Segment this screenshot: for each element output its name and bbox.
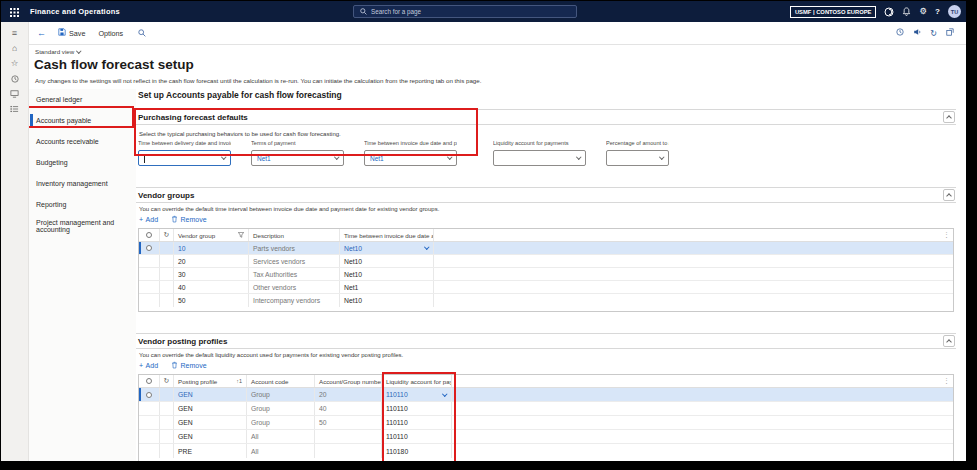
table-row[interactable]: 20 Services vendors Net10 bbox=[139, 255, 953, 268]
sidebar-item-budgeting[interactable]: Budgeting bbox=[29, 152, 136, 173]
table-row[interactable]: GEN Group 20 110110 bbox=[139, 388, 953, 402]
col-account-group-number[interactable]: Account/Group number bbox=[315, 375, 382, 387]
vendor-group-cell[interactable]: 10 bbox=[174, 242, 249, 254]
chevron-down-icon[interactable] bbox=[221, 155, 226, 160]
account-code-cell[interactable]: Group bbox=[247, 416, 315, 429]
section-header[interactable]: Vendor groups bbox=[136, 188, 956, 203]
chevron-down-icon[interactable] bbox=[334, 155, 339, 160]
remove-button[interactable]: Remove bbox=[171, 215, 207, 224]
add-button[interactable]: + Add bbox=[139, 216, 158, 223]
sidebar-item-general-ledger[interactable]: General ledger bbox=[29, 89, 136, 110]
collapse-button[interactable] bbox=[943, 189, 955, 201]
account-group-number-cell[interactable]: 50 bbox=[315, 416, 382, 429]
row-radio[interactable] bbox=[139, 388, 160, 401]
help-icon[interactable]: ? bbox=[935, 8, 940, 16]
posting-profile-cell[interactable]: GEN bbox=[174, 430, 247, 443]
time-delivery-invoice-combobox[interactable] bbox=[138, 150, 231, 166]
account-group-number-cell[interactable] bbox=[315, 444, 382, 458]
time-between-cell[interactable]: Net10 bbox=[340, 268, 434, 280]
time-between-cell[interactable]: Net10 bbox=[340, 242, 434, 254]
collapse-button[interactable] bbox=[943, 335, 955, 347]
liquidity-account-cell[interactable]: 110110 bbox=[382, 416, 452, 429]
vendor-group-cell[interactable]: 30 bbox=[174, 268, 249, 280]
posting-profile-cell[interactable]: GEN bbox=[174, 388, 247, 401]
select-all-radio[interactable] bbox=[139, 229, 160, 241]
percentage-allocate-combobox[interactable] bbox=[606, 150, 669, 166]
liquidity-account-cell[interactable]: 110110 bbox=[382, 430, 452, 443]
section-header[interactable]: Purchasing forecast defaults bbox=[136, 110, 956, 125]
table-row[interactable]: PRE All 110180 bbox=[139, 444, 953, 458]
table-row[interactable]: 50 Intercompany vendors Net10 bbox=[139, 294, 953, 307]
account-group-number-cell[interactable] bbox=[315, 430, 382, 443]
remove-button[interactable]: Remove bbox=[171, 361, 207, 370]
feedback-speaker-icon[interactable] bbox=[913, 28, 921, 38]
time-between-cell[interactable]: Net10 bbox=[340, 255, 434, 267]
history-clock-icon[interactable] bbox=[896, 28, 904, 38]
posting-profile-cell[interactable]: GEN bbox=[174, 416, 247, 429]
row-radio[interactable] bbox=[139, 242, 160, 254]
sidebar-item-project-management[interactable]: Project management and accounting bbox=[29, 215, 136, 236]
account-group-number-cell[interactable]: 20 bbox=[315, 388, 382, 401]
chevron-down-icon[interactable] bbox=[424, 245, 429, 250]
table-row[interactable]: 30 Tax Authorities Net10 bbox=[139, 268, 953, 281]
copilot-icon[interactable] bbox=[884, 7, 894, 17]
col-time-between[interactable]: Time between invoice due date and ... bbox=[340, 229, 434, 241]
collapse-button[interactable] bbox=[943, 111, 955, 123]
sidebar-item-accounts-receivable[interactable]: Accounts receivable bbox=[29, 131, 136, 152]
time-invoice-due-combobox[interactable]: Net1 bbox=[364, 150, 457, 166]
user-avatar[interactable]: TU bbox=[948, 5, 961, 18]
actionbar-search-icon[interactable] bbox=[138, 29, 146, 37]
column-options-icon[interactable]: ⋮ bbox=[943, 377, 950, 384]
chevron-down-icon[interactable] bbox=[442, 391, 447, 396]
save-button[interactable]: Save bbox=[58, 28, 85, 38]
global-search-input[interactable]: Search for a page bbox=[353, 5, 577, 18]
environment-button[interactable]: USMF | CONTOSO EUROPE bbox=[790, 6, 877, 18]
col-vendor-group[interactable]: Vendor group bbox=[174, 229, 249, 241]
table-row[interactable]: GEN Group 50 110110 bbox=[139, 416, 953, 430]
settings-gear-icon[interactable]: ⚙ bbox=[919, 7, 927, 16]
section-header[interactable]: Vendor posting profiles bbox=[136, 334, 956, 349]
terms-of-payment-combobox[interactable]: Net1 bbox=[251, 150, 344, 166]
description-cell[interactable]: Other vendors bbox=[249, 281, 340, 293]
chevron-down-icon[interactable] bbox=[447, 155, 452, 160]
liquidity-account-cell[interactable]: 110110 bbox=[382, 388, 452, 401]
sidebar-item-accounts-payable[interactable]: Accounts payable bbox=[29, 110, 136, 131]
col-liquidity-account[interactable]: Liquidity account for pay... bbox=[382, 375, 452, 387]
nav-expand-icon[interactable]: ≡ bbox=[1, 26, 28, 41]
account-code-cell[interactable]: Group bbox=[247, 388, 315, 401]
col-account-code[interactable]: Account code bbox=[247, 375, 315, 387]
workspaces-icon[interactable] bbox=[1, 86, 28, 101]
description-cell[interactable]: Tax Authorities bbox=[249, 268, 340, 280]
add-button[interactable]: + Add bbox=[139, 362, 158, 369]
col-posting-profile[interactable]: Posting profile ↑1 bbox=[174, 375, 247, 387]
vendor-group-cell[interactable]: 40 bbox=[174, 281, 249, 293]
chevron-down-icon[interactable] bbox=[576, 155, 581, 160]
home-icon[interactable]: ⌂ bbox=[1, 41, 28, 56]
col-description[interactable]: Description bbox=[249, 229, 340, 241]
vendor-group-cell[interactable]: 20 bbox=[174, 255, 249, 267]
back-arrow-icon[interactable]: ← bbox=[37, 28, 46, 38]
posting-profile-cell[interactable]: GEN bbox=[174, 402, 247, 415]
time-between-cell[interactable]: Net10 bbox=[340, 294, 434, 307]
options-button[interactable]: Options bbox=[98, 29, 123, 38]
table-row[interactable]: 10 Parts vendors Net10 bbox=[139, 242, 953, 255]
account-group-number-cell[interactable]: 40 bbox=[315, 402, 382, 415]
vendor-group-cell[interactable]: 50 bbox=[174, 294, 249, 307]
popout-window-icon[interactable] bbox=[946, 28, 954, 38]
description-cell[interactable]: Parts vendors bbox=[249, 242, 340, 254]
column-options-icon[interactable]: ⋮ bbox=[943, 231, 950, 238]
table-row[interactable]: 40 Other vendors Net1 bbox=[139, 281, 953, 294]
chevron-down-icon[interactable] bbox=[659, 155, 664, 160]
description-cell[interactable]: Intercompany vendors bbox=[249, 294, 340, 307]
description-cell[interactable]: Services vendors bbox=[249, 255, 340, 267]
view-selector[interactable]: Standard view bbox=[35, 48, 966, 55]
select-all-radio[interactable] bbox=[139, 375, 160, 387]
posting-profile-cell[interactable]: PRE bbox=[174, 444, 247, 458]
refresh-icon[interactable]: ↻ bbox=[930, 29, 937, 38]
filter-funnel-icon[interactable] bbox=[238, 232, 244, 238]
sidebar-item-inventory-management[interactable]: Inventory management bbox=[29, 173, 136, 194]
liquidity-account-combobox[interactable] bbox=[493, 150, 586, 166]
liquidity-account-cell[interactable]: 110180 bbox=[382, 444, 452, 458]
notifications-bell-icon[interactable] bbox=[902, 7, 911, 16]
recent-clock-icon[interactable] bbox=[1, 71, 28, 86]
